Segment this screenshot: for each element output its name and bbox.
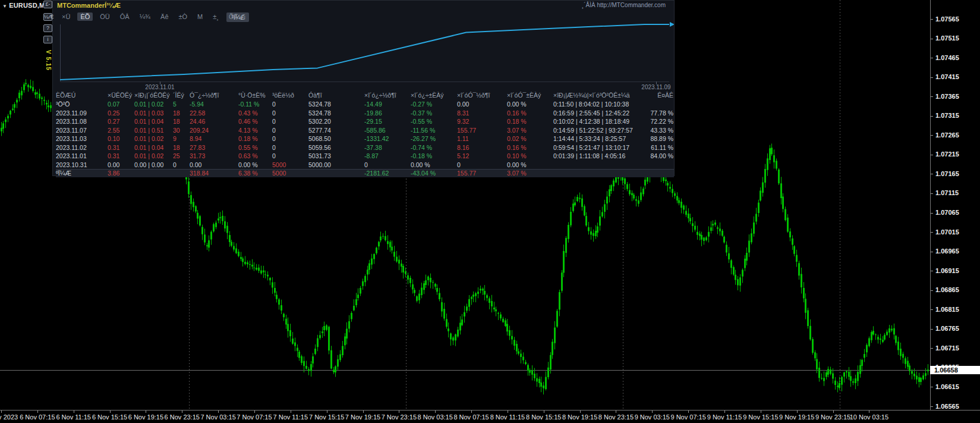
time-tick-mark — [724, 411, 725, 413]
price-tick-mark — [931, 116, 933, 117]
table-header-cell: ×î´ó¿÷½ð¶î — [364, 91, 411, 100]
table-cell: 0:16:59 | 2:55:45 | 12:45:22 — [553, 109, 648, 118]
equity-curve-chart — [53, 22, 674, 85]
price-tick-label: 1.07565 — [935, 15, 959, 23]
equity-line — [60, 24, 669, 80]
toolbar-tab-8[interactable]: M — [194, 12, 206, 21]
price-tick-mark — [931, 406, 933, 407]
toolbar-tab-5[interactable]: ¼¾ — [137, 12, 153, 21]
indicator-version-label: V 5.15 — [45, 50, 52, 71]
table-cell: 0.63 % — [238, 152, 272, 161]
price-tick-label: 1.07115 — [935, 189, 959, 196]
price-tick-label: 1.07065 — [935, 209, 959, 216]
table-header-cell: Óà¶î — [308, 91, 364, 100]
table-cell: 88.89 % — [648, 134, 673, 143]
collapse-button[interactable]: £- — [43, 1, 52, 8]
time-tick-label: 9 Nov 23:15 — [815, 413, 850, 421]
price-tick-mark — [931, 213, 933, 214]
table-cell: -26.27 % — [411, 134, 457, 143]
table-cell: 27.83 — [190, 143, 238, 152]
price-tick-label: 1.07165 — [935, 170, 959, 177]
toolbar-tab-2[interactable]: ÈÕ — [77, 12, 93, 21]
table-cell: 0 — [272, 126, 308, 135]
table-cell: 0.02 % — [507, 134, 553, 143]
toolbar-tab-7[interactable]: ±Ò — [176, 12, 191, 21]
table-cell: 24.46 — [190, 117, 238, 126]
price-tick-label: 1.07215 — [935, 151, 959, 158]
table-cell — [173, 170, 190, 177]
price-tick-mark — [931, 348, 933, 349]
time-tick-mark — [182, 411, 182, 413]
price-axis[interactable]: 1.075651.075151.074651.074151.073651.073… — [930, 0, 980, 410]
table-cell: 0:01:39 | 1:11:08 | 4:05:16 — [553, 152, 648, 161]
toolbar-tab-6[interactable]: Äê — [157, 12, 171, 21]
table-cell: 0:11:50 | 8:04:02 | 10:10:38 — [553, 100, 648, 109]
price-tick-label: 1.07365 — [935, 93, 959, 100]
time-tick-label: 9 Nov 07:15 — [670, 413, 705, 421]
table-cell: -19.86 — [364, 109, 411, 118]
time-tick-mark — [797, 411, 798, 413]
table-cell: 5.12 — [457, 152, 507, 161]
table-cell: 0.01 | 0.02 — [134, 152, 173, 161]
table-cell — [308, 170, 364, 177]
table-cell: 5324.78 — [308, 109, 364, 118]
time-tick-mark — [218, 411, 219, 413]
table-cell: 2023.11.02 — [56, 143, 108, 152]
table-cell: -2181.62 — [364, 170, 411, 177]
table-cell: 0.10 % — [507, 152, 553, 161]
time-tick-label: 7 Nov 11:15 — [273, 413, 308, 421]
table-cell: 0.10 — [108, 134, 134, 143]
table-cell: -37.38 — [364, 143, 411, 152]
time-tick-mark — [833, 411, 834, 413]
table-cell: 18 — [173, 143, 190, 152]
table-cell: 0.00 % — [507, 100, 553, 109]
time-tick-label: 8 Nov 23:15 — [598, 413, 634, 421]
info-button[interactable]: i — [43, 36, 52, 43]
table-cell: 0.00 — [108, 161, 134, 170]
time-tick-mark — [37, 411, 38, 413]
toolbar-tab-4[interactable]: ÔÂ — [117, 12, 133, 21]
table-cell: 0 — [272, 117, 308, 126]
help-button[interactable]: ? — [43, 24, 52, 32]
table-cell: 0.00 — [457, 100, 507, 109]
table-cell: 318.84 — [190, 170, 238, 177]
table-cell: -14.49 — [364, 100, 411, 109]
table-cell: ³Ö²Ö — [56, 100, 108, 109]
symbol-dropdown-arrow-icon: ▼ — [2, 4, 7, 9]
table-cell: 0 — [272, 152, 308, 161]
table-cell: 31.73 — [190, 152, 238, 161]
time-tick-label: 10 Nov 03:15 — [850, 413, 888, 421]
price-tick-label: 1.07415 — [935, 73, 959, 80]
panel-link[interactable]: ¸´ÅÌÀ http://MTCommander.com — [582, 2, 666, 8]
table-cell: 8.31 — [457, 109, 507, 118]
price-tick-mark — [931, 232, 933, 233]
table-cell: -0.74 % — [411, 143, 457, 152]
table-cell: 5324.78 — [308, 100, 364, 109]
table-row: 2023.11.072.550.01 | 0.5130209.244.13 %0… — [56, 126, 674, 135]
table-cell: 43.33 % — [648, 126, 673, 135]
toolbar-tab-3[interactable]: ÖÜ — [97, 12, 113, 21]
panel-toolbar: ×ÜÈÕÖÜÔÂ¼¾Äê±ÒM±¸ÕË»§ — [59, 12, 248, 21]
table-header-row: ÈÕÆÚ×ÜÊÖÊý×îÐ¡|´óÊÖÊý´ÎÊýÓ¯¿÷½ð¶î°Ù·Ö±È%… — [56, 91, 674, 100]
time-axis[interactable]: 6 Nov 20236 Nov 07:156 Nov 11:156 Nov 15… — [0, 410, 980, 423]
table-cell: -0.11 % — [238, 100, 272, 109]
table-cell: 2023.11.08 — [56, 117, 108, 126]
table-cell: 5031.73 — [308, 152, 364, 161]
table-cell: 9.32 — [457, 117, 507, 126]
table-header-cell: °Ù·Ö±È% — [238, 91, 272, 100]
time-tick-mark — [869, 411, 869, 413]
table-cell: ºÏ¼Æ — [56, 170, 108, 177]
table-cell: 77.78 % — [648, 109, 673, 118]
price-tick-label: 1.06815 — [935, 306, 959, 313]
table-cell: -29.15 — [364, 117, 411, 126]
toolbar-tab-1[interactable]: ×Ü — [59, 12, 73, 21]
toolbar-tab-10[interactable]: ÕË»§ — [226, 12, 248, 21]
calc-button[interactable]: ¼Æ — [43, 13, 52, 21]
table-header-cell: ×î´ó¿÷±ÈÀý — [411, 91, 457, 100]
time-tick-label: 8 Nov 19:15 — [562, 413, 597, 421]
table-cell: 0.00 % — [238, 161, 272, 170]
toolbar-tab-9[interactable]: ±¸ — [210, 12, 222, 21]
time-tick-mark — [580, 411, 581, 413]
table-cell: 18 — [173, 117, 190, 126]
table-cell: 0.31 — [108, 143, 134, 152]
